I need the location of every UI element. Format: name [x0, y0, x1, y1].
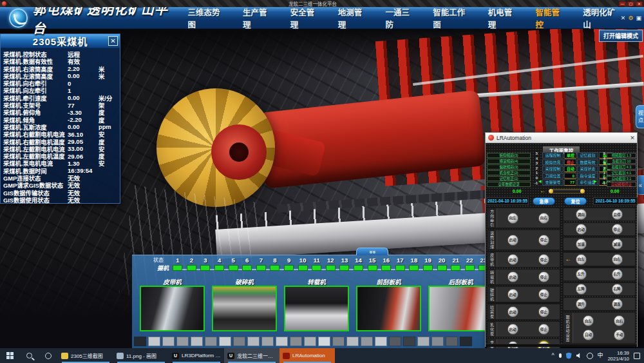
round-control-button[interactable]: 启动: [507, 271, 518, 282]
round-control-button[interactable]: 停止: [538, 289, 549, 300]
ime-indicator[interactable]: 中: [598, 353, 603, 358]
filmstrip-thumb[interactable]: [276, 337, 288, 346]
action-center-icon[interactable]: [634, 353, 640, 359]
maximize-button[interactable]: ▢: [627, 1, 634, 6]
round-control-button[interactable]: 调直: [612, 299, 623, 309]
channel-status-indicator[interactable]: [423, 265, 433, 271]
nav-item[interactable]: 智能工作面: [433, 6, 471, 30]
round-control-button[interactable]: 启动: [507, 289, 518, 300]
round-control-button[interactable]: 启动: [507, 235, 518, 246]
channel-status-indicator[interactable]: [326, 265, 336, 271]
round-control-button[interactable]: 停止: [538, 271, 549, 282]
channel-status-indicator[interactable]: [173, 265, 182, 271]
round-control-button[interactable]: 向右: [612, 254, 623, 265]
microphone-icon[interactable]: [559, 353, 562, 358]
round-control-button[interactable]: 左升: [576, 269, 587, 280]
round-control-button[interactable]: 启动: [507, 306, 518, 317]
filmstrip-thumb[interactable]: [389, 337, 401, 346]
taskbar-item[interactable]: LRAutomation: [279, 348, 335, 363]
channel-status-indicator[interactable]: [298, 265, 308, 271]
calibration-button[interactable]: 俯仰倾斜(3): [487, 153, 531, 158]
camera-view[interactable]: [140, 286, 205, 331]
taskbar-item[interactable]: U 龙软二三维一体化...: [224, 348, 279, 363]
calibration-button[interactable]: 偏航倾斜(3): [487, 164, 531, 170]
open-edit-mode-button[interactable]: 打开编辑模式: [599, 30, 643, 42]
channel-status-indicator[interactable]: [368, 265, 377, 271]
round-control-button[interactable]: 停止: [538, 235, 549, 246]
filmstrip-thumb[interactable]: [375, 337, 387, 346]
lr-close-icon[interactable]: ✕: [628, 135, 637, 141]
nav-item[interactable]: 安全管理: [290, 6, 321, 30]
round-control-button[interactable]: 总停: [612, 209, 623, 220]
filmstrip-thumb[interactable]: [361, 337, 373, 346]
reset-button[interactable]: 复位: [564, 197, 587, 205]
nav-item[interactable]: 透明化矿山: [583, 6, 621, 30]
channel-status-indicator[interactable]: [395, 265, 405, 271]
cutting-mode-button[interactable]: 自动截割 3.1: [607, 176, 636, 181]
channel-status-indicator[interactable]: [465, 265, 475, 271]
channel-status-indicator[interactable]: [381, 265, 391, 271]
filmstrip-thumb[interactable]: [162, 337, 175, 346]
filmstrip-thumb[interactable]: [176, 337, 189, 346]
filmstrip-thumb[interactable]: [304, 337, 316, 346]
cutting-mode-button[interactable]: 视频跟切 1.3: [607, 153, 636, 158]
round-control-button[interactable]: 右降: [612, 284, 623, 295]
round-control-button[interactable]: 加速: [576, 239, 587, 250]
nav-item[interactable]: 一通三防: [385, 6, 415, 30]
channel-status-indicator[interactable]: [354, 265, 363, 271]
filmstrip-thumb[interactable]: [318, 337, 330, 346]
filmstrip-thumb[interactable]: [346, 337, 359, 346]
round-control-button[interactable]: 右升: [612, 269, 623, 280]
filmstrip-thumb[interactable]: [134, 337, 146, 346]
filmstrip-thumb[interactable]: [191, 337, 203, 346]
channel-status-indicator[interactable]: [339, 265, 349, 271]
filmstrip-thumb[interactable]: [247, 337, 260, 346]
round-control-button[interactable]: 启动: [576, 224, 587, 235]
round-control-button[interactable]: 左降: [576, 284, 587, 295]
channel-status-indicator[interactable]: [451, 265, 460, 271]
close-button[interactable]: ✕: [636, 1, 643, 6]
round-control-button[interactable]: 手动: [614, 329, 625, 340]
taskbar-item[interactable]: 2305三维截图: [58, 348, 113, 363]
network-icon[interactable]: [587, 353, 593, 359]
camera-view[interactable]: [356, 286, 421, 331]
lr-title-bar[interactable]: LRAutomation ✕: [486, 133, 637, 143]
channel-status-indicator[interactable]: [229, 265, 238, 271]
emergency-stop-button[interactable]: 急停: [533, 197, 555, 205]
round-control-button[interactable]: 自动: [583, 329, 594, 340]
cutting-mode-button[interactable]: 记忆截割 4.1: [607, 170, 636, 175]
restore-layout-icon[interactable]: ▣: [636, 15, 641, 21]
viewpoint-tab[interactable]: 视点: [636, 105, 644, 128]
filmstrip-thumb[interactable]: [460, 337, 472, 346]
taskbar-clock[interactable]: 16:39 2021/4/10: [608, 350, 629, 362]
round-control-button[interactable]: 向左: [583, 315, 594, 326]
round-control-button[interactable]: 减速: [612, 239, 623, 250]
channel-status-indicator[interactable]: [312, 265, 321, 271]
channel-status-indicator[interactable]: [284, 265, 294, 271]
filmstrip-thumb[interactable]: [148, 337, 160, 346]
filmstrip-thumb[interactable]: [431, 337, 444, 346]
round-control-button[interactable]: 调升: [576, 299, 587, 309]
channel-status-indicator[interactable]: [187, 265, 196, 271]
round-control-button[interactable]: 向左: [507, 213, 518, 224]
calibration-button[interactable]: 机身校正(2): [487, 170, 531, 175]
channel-status-indicator[interactable]: [242, 265, 252, 271]
round-control-button[interactable]: 停止: [612, 224, 623, 235]
channel-status-indicator[interactable]: [409, 265, 419, 271]
filmstrip-thumb[interactable]: [446, 337, 458, 346]
round-control-button[interactable]: 向左: [576, 254, 587, 265]
round-control-button[interactable]: 向右: [538, 213, 549, 224]
calibration-button[interactable]: 记忆校正(1): [487, 176, 531, 181]
round-control-button[interactable]: 向右: [614, 315, 625, 326]
nav-item[interactable]: 生产管理: [243, 6, 273, 30]
nav-item[interactable]: 地测管理: [338, 6, 368, 30]
taskbar-search-button[interactable]: [19, 348, 39, 363]
taskbar-item[interactable]: 11.png - 画图: [113, 348, 169, 363]
speaker-icon[interactable]: [576, 353, 582, 358]
channel-status-indicator[interactable]: [214, 265, 224, 271]
start-button[interactable]: [0, 348, 19, 363]
filmstrip-thumb[interactable]: [332, 337, 345, 346]
filmstrip-thumb[interactable]: [403, 337, 415, 346]
filmstrip-thumb[interactable]: [219, 337, 231, 346]
gear-icon[interactable]: ⚙: [628, 15, 633, 21]
